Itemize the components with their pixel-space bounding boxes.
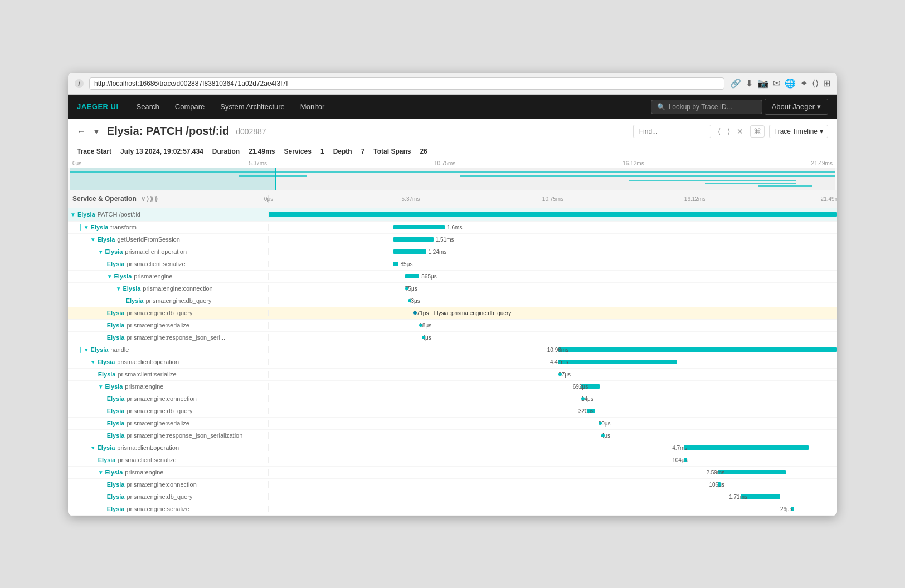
span-row[interactable]: │ Elysia prisma:engine:db_query 43μs: [68, 295, 837, 307]
gl: [553, 503, 553, 515]
toggle-3[interactable]: ▼: [90, 237, 96, 243]
trace-id: d002887: [236, 127, 266, 136]
span-timeline-25: 26μs: [269, 503, 837, 515]
span-row[interactable]: │ ▼ Elysia transform 1.6ms: [68, 222, 837, 234]
sort-icons[interactable]: ∨ ⟩ ⟫ ⟫: [141, 195, 158, 203]
span-row[interactable]: │ Elysia prisma:engine:response_json_ser…: [68, 332, 837, 344]
timeline-minimap[interactable]: [70, 168, 835, 190]
connector-12: │: [79, 347, 82, 352]
span-row[interactable]: │ Elysia prisma:engine:response_json_ser…: [68, 430, 837, 442]
span-row[interactable]: │ Elysia prisma:client:serialize 104μs: [68, 454, 837, 467]
trace-title: Elysia: PATCH /post/:id: [107, 125, 229, 138]
span-row[interactable]: │ ▼ Elysia prisma:client:operation 1.24m…: [68, 246, 837, 258]
bar-16: [581, 397, 585, 400]
collapse-icon[interactable]: ▼: [93, 127, 100, 136]
minimap-bar-3: [629, 180, 797, 181]
connector-22: │: [94, 469, 97, 475]
span-row[interactable]: │ ▼ Elysia prisma:engine 2.59ms: [68, 467, 837, 479]
toggle-1[interactable]: ▼: [70, 212, 76, 218]
gl: [411, 503, 411, 515]
span-row[interactable]: │ Elysia prisma:engine:serialize 18μs: [68, 320, 837, 332]
span-timeline-2: 1.6ms: [269, 222, 837, 233]
screenshot-icon[interactable]: 📷: [757, 78, 768, 89]
trace-view-dropdown[interactable]: Trace Timeline ▾: [769, 125, 828, 138]
nav-compare[interactable]: Compare: [168, 99, 211, 114]
connector-15: │: [94, 384, 97, 389]
bar-dot-container-9: 171μs | Elysia::prisma:engine:db_query: [413, 310, 511, 316]
span-row[interactable]: │ Elysia prisma:engine:db_query 320μs: [68, 405, 837, 418]
gl: [695, 381, 695, 393]
nav-about[interactable]: About Jaeger ▾: [765, 99, 828, 115]
mail-icon[interactable]: ✉: [773, 78, 780, 89]
nav-search[interactable]: Search: [130, 99, 166, 114]
toggle-12[interactable]: ▼: [84, 347, 89, 353]
spans-container[interactable]: ▼ Elysia PATCH /post/:id │ ▼ Elysia: [68, 208, 837, 516]
trace-view-label: Trace Timeline: [774, 128, 818, 135]
header-time-4: 21.49ms: [821, 196, 837, 202]
gl: [411, 393, 411, 405]
toggle-7[interactable]: ▼: [116, 286, 121, 292]
gl: [695, 222, 695, 233]
span-row[interactable]: │ ▼ Elysia prisma:client:operation 4.7ms: [68, 442, 837, 454]
bar-label-21: 104μs: [672, 457, 687, 463]
grid-icon[interactable]: ⊞: [823, 78, 830, 89]
gl: [411, 307, 411, 319]
keyboard-icon[interactable]: ⌘: [750, 125, 765, 138]
sort-all-asc[interactable]: ⟫: [150, 195, 153, 203]
toggle-15[interactable]: ▼: [98, 384, 104, 390]
next-match[interactable]: ⟩: [725, 126, 732, 137]
nav-logo[interactable]: JAEGER UI: [77, 102, 119, 111]
timeline-overview[interactable]: 0μs 5.37ms 10.75ms 16.12ms 21.49ms: [68, 159, 837, 190]
trace-start-label: Trace Start: [77, 148, 111, 155]
span-row[interactable]: │ ▼ Elysia getUserIdFromSession 1.51ms: [68, 234, 837, 246]
span-row[interactable]: │ Elysia prisma:client:serialize 87μs: [68, 369, 837, 381]
prev-match[interactable]: ⟨: [716, 126, 723, 137]
close-find[interactable]: ✕: [734, 126, 746, 137]
sort-all-desc[interactable]: ⟫: [154, 195, 158, 203]
star-icon[interactable]: ✦: [800, 78, 807, 89]
span-row[interactable]: │ Elysia prisma:engine:connection 106μs: [68, 479, 837, 491]
header-time-2: 10.75ms: [542, 196, 563, 202]
span-row[interactable]: │ Elysia prisma:engine:db_query 1.71ms: [68, 491, 837, 503]
globe-icon[interactable]: 🌐: [785, 78, 796, 89]
span-timeline-12: 10.96ms: [269, 344, 837, 356]
operation-18: prisma:engine:serialize: [126, 420, 189, 427]
span-row[interactable]: │ Elysia prisma:engine:serialize 26μs: [68, 503, 837, 516]
span-row[interactable]: │ Elysia prisma:client:serialize 85μs: [68, 258, 837, 271]
connector-5: │: [103, 261, 106, 267]
link-icon[interactable]: 🔗: [730, 78, 741, 89]
span-row-highlighted[interactable]: │ Elysia prisma:engine:db_query 171μs | …: [68, 307, 837, 320]
toggle-6[interactable]: ▼: [107, 273, 113, 280]
toggle-22[interactable]: ▼: [98, 469, 104, 476]
span-row[interactable]: ▼ Elysia PATCH /post/:id: [68, 208, 837, 222]
nav-system-architecture[interactable]: System Architecture: [213, 99, 291, 114]
gl: [411, 479, 411, 491]
span-label-18: │ Elysia prisma:engine:serialize: [68, 420, 269, 427]
gl: [411, 381, 411, 393]
span-row[interactable]: │ ▼ Elysia handle 10.96ms: [68, 344, 837, 356]
span-label-2: │ ▼ Elysia transform: [68, 224, 269, 231]
browser-url[interactable]: http://localhost:16686/trace/d002887f838…: [89, 77, 724, 90]
trace-find: ⟨ ⟩ ✕ ⌘ Trace Timeline ▾: [633, 125, 828, 138]
span-row[interactable]: │ Elysia prisma:engine:connection 14μs: [68, 393, 837, 405]
toggle-20[interactable]: ▼: [90, 445, 96, 451]
toggle-13[interactable]: ▼: [90, 359, 96, 365]
download-icon[interactable]: ⬇: [746, 78, 753, 89]
toggle-4[interactable]: ▼: [98, 249, 104, 255]
code-icon[interactable]: ⟨⟩: [812, 78, 819, 89]
span-row[interactable]: │ ▼ Elysia prisma:engine:connection 75μs: [68, 283, 837, 295]
sort-desc-icon[interactable]: ⟩: [147, 195, 149, 203]
back-button[interactable]: ←: [77, 126, 86, 136]
span-row[interactable]: │ ▼ Elysia prisma:engine 565μs: [68, 271, 837, 283]
find-input[interactable]: [633, 125, 711, 138]
span-row[interactable]: │ ▼ Elysia prisma:client:operation 4.47m…: [68, 356, 837, 369]
span-timeline-15: 692μs: [269, 381, 837, 393]
nav-monitor[interactable]: Monitor: [294, 99, 331, 114]
toggle-2[interactable]: ▼: [84, 224, 89, 231]
span-row[interactable]: │ Elysia prisma:engine:serialize 20μs: [68, 418, 837, 430]
nav-lookup[interactable]: 🔍 Lookup by Trace ID...: [651, 100, 762, 114]
connector-14: │: [94, 371, 97, 377]
sort-asc-icon[interactable]: ∨: [141, 195, 145, 203]
span-row[interactable]: │ ▼ Elysia prisma:engine 692μs: [68, 381, 837, 393]
gl: [553, 258, 553, 270]
